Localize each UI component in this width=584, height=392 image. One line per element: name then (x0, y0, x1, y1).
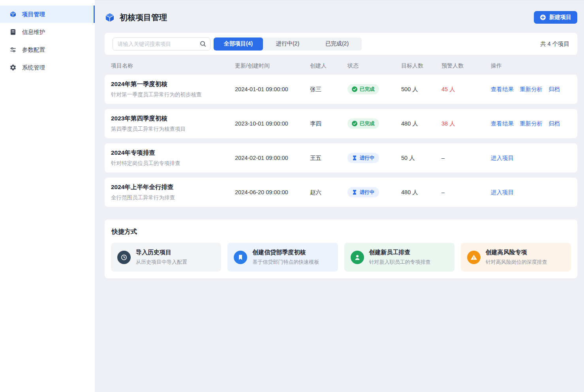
gear-icon (9, 64, 17, 71)
action-link[interactable]: 重新分析 (520, 120, 543, 128)
sidebar: 项目管理 信息维护 参数配置 系统管理 (0, 0, 95, 392)
project-target-count: 500 人 (401, 86, 441, 93)
project-creator: 王五 (310, 154, 347, 162)
shortcut-card[interactable]: 创建高风险专项 针对高风险岗位的深度排查 (461, 243, 571, 272)
sidebar-item-4[interactable]: 系统管理 (0, 59, 95, 76)
project-list: 2024年第一季度初核 针对第一季度员工异常行为的初步核查 2024-01-01… (105, 75, 577, 207)
history-clock-icon (117, 251, 131, 264)
project-warning-count: 38 人 (441, 120, 491, 128)
action-link[interactable]: 查看结果 (491, 86, 514, 93)
sidebar-item-1[interactable]: 项目管理 (0, 6, 95, 23)
tab-2[interactable]: 进行中(2) (263, 38, 312, 51)
shortcuts-title: 快捷方式 (111, 228, 571, 236)
hourglass-icon (352, 155, 357, 161)
new-project-label: 新建项目 (549, 14, 571, 21)
sidebar-item-label: 系统管理 (22, 64, 45, 71)
person-icon (351, 251, 364, 264)
check-circle-icon (352, 121, 357, 126)
hourglass-icon (352, 189, 357, 195)
shortcut-card[interactable]: 创建新员工排查 针对新入职员工的专项排查 (344, 243, 454, 272)
new-project-button[interactable]: 新建项目 (534, 11, 577, 24)
project-actions: 进入项目 (491, 154, 571, 162)
page-title: 初核项目管理 (120, 12, 167, 23)
project-time: 2023-10-01 09:00:00 (235, 120, 310, 127)
action-link[interactable]: 进入项目 (491, 189, 514, 196)
project-creator: 张三 (310, 86, 347, 93)
search-box (113, 38, 210, 51)
project-warning-count: – (441, 189, 491, 195)
shortcut-description: 基于信贷部门特点的快速模板 (252, 259, 319, 266)
status-badge: 进行中 (347, 187, 379, 197)
total-count: 共 4 个项目 (540, 40, 569, 48)
filter-bar: 全部项目(4) 进行中(2) 已完成(2) 共 4 个项目 (105, 33, 577, 55)
sidebar-item-label: 参数配置 (22, 46, 45, 54)
project-name-cell: 2024年专项排查 针对特定岗位员工的专项排查 (111, 149, 235, 167)
project-time: 2024-01-01 09:00:00 (235, 86, 310, 92)
project-row: 2024年专项排查 针对特定岗位员工的专项排查 2024-02-01 09:00… (105, 143, 577, 173)
check-circle-icon (352, 86, 357, 92)
status-label: 已完成 (360, 120, 375, 127)
table-column-header: 项目名称 (111, 62, 235, 69)
status-label: 已完成 (360, 86, 375, 93)
shortcut-description: 从历史项目中导入配置 (136, 259, 187, 266)
project-row: 2024年第一季度初核 针对第一季度员工异常行为的初步核查 2024-01-01… (105, 75, 577, 104)
project-target-count: 480 人 (401, 120, 441, 128)
action-link[interactable]: 查看结果 (491, 120, 514, 128)
tab-3[interactable]: 已完成(2) (312, 38, 362, 51)
search-icon[interactable] (199, 40, 207, 47)
project-creator: 李四 (310, 120, 347, 128)
sidebar-item-3[interactable]: 参数配置 (0, 41, 95, 58)
page-header: 初核项目管理 新建项目 (105, 11, 577, 24)
project-status-cell: 进行中 (347, 187, 401, 197)
project-time: 2024-02-01 09:00:00 (235, 155, 310, 161)
project-name-cell: 2024年上半年全行排查 全行范围员工异常行为排查 (111, 183, 235, 201)
plus-circle-icon (540, 14, 546, 21)
cube-icon (105, 12, 115, 23)
sidebar-item-2[interactable]: 信息维护 (0, 23, 95, 41)
project-target-count: 50 人 (401, 154, 441, 162)
cube-icon (9, 11, 17, 18)
table-column-header: 创建人 (310, 62, 347, 69)
tab-1[interactable]: 全部项目(4) (214, 38, 263, 51)
shortcut-card[interactable]: 创建信贷部季度初核 基于信贷部门特点的快速模板 (227, 243, 338, 272)
project-name-cell: 2023年第四季度初核 第四季度员工异常行为核查项目 (111, 114, 235, 133)
action-link[interactable]: 进入项目 (491, 154, 514, 162)
project-status-cell: 已完成 (347, 118, 401, 129)
project-title: 2024年上半年全行排查 (111, 183, 235, 191)
sidebar-item-label: 项目管理 (22, 11, 45, 18)
project-target-count: 480 人 (401, 189, 441, 196)
shortcut-title: 创建新员工排查 (369, 249, 431, 256)
project-title: 2024年第一季度初核 (111, 80, 235, 88)
shortcut-title: 导入历史项目 (136, 249, 187, 256)
table-column-header: 状态 (347, 62, 401, 69)
project-time: 2024-06-20 09:00:00 (235, 189, 310, 195)
bookmark-icon (234, 251, 247, 264)
project-description: 针对特定岗位员工的专项排查 (111, 160, 235, 167)
search-input[interactable] (113, 38, 210, 51)
project-description: 全行范围员工异常行为排查 (111, 194, 235, 201)
project-name-cell: 2024年第一季度初核 针对第一季度员工异常行为的初步核查 (111, 80, 235, 98)
table-column-header: 操作 (491, 62, 571, 69)
project-warning-count: 45 人 (441, 86, 491, 93)
project-title: 2023年第四季度初核 (111, 114, 235, 123)
project-status-cell: 进行中 (347, 153, 401, 163)
sliders-icon (9, 46, 17, 53)
project-description: 针对第一季度员工异常行为的初步核查 (111, 91, 235, 98)
status-badge: 已完成 (347, 118, 379, 129)
project-actions: 查看结果 重新分析 归档 (491, 86, 571, 93)
project-row: 2023年第四季度初核 第四季度员工异常行为核查项目 2023-10-01 09… (105, 109, 577, 138)
table-header: 项目名称 更新/创建时间 创建人 状态 目标人数 预警人数 操作 (105, 55, 577, 75)
action-link[interactable]: 归档 (548, 120, 560, 128)
action-link[interactable]: 归档 (548, 86, 560, 93)
project-actions: 进入项目 (491, 189, 571, 196)
warning-triangle-icon (467, 251, 481, 264)
shortcut-description: 针对高风险岗位的深度排查 (486, 259, 547, 266)
action-link[interactable]: 重新分析 (520, 86, 543, 93)
shortcut-description: 针对新入职员工的专项排查 (369, 259, 431, 266)
project-status-cell: 已完成 (347, 84, 401, 94)
status-badge: 进行中 (347, 153, 379, 163)
shortcut-title: 创建信贷部季度初核 (252, 249, 319, 256)
shortcut-card[interactable]: 导入历史项目 从历史项目中导入配置 (111, 243, 221, 272)
table-column-header: 目标人数 (401, 62, 441, 69)
project-row: 2024年上半年全行排查 全行范围员工异常行为排查 2024-06-20 09:… (105, 178, 577, 207)
